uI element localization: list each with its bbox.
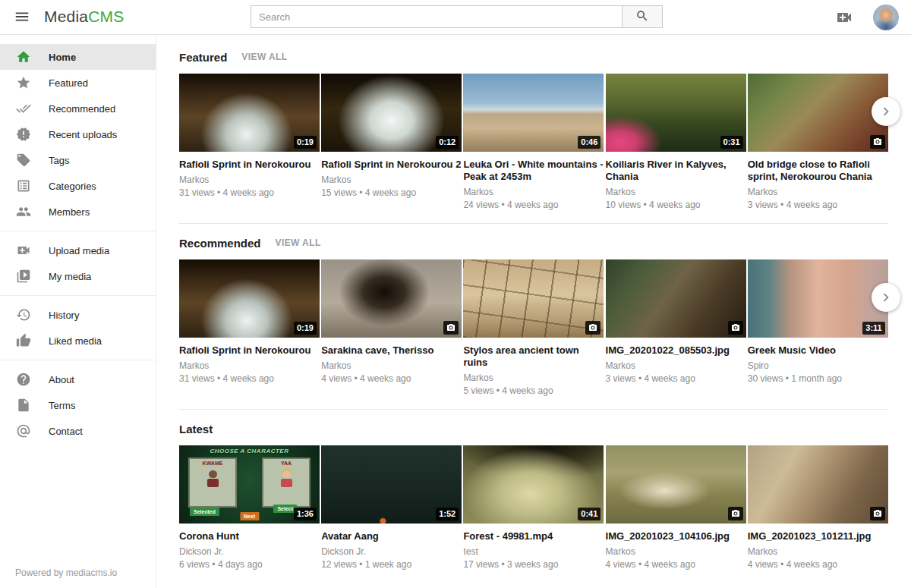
media-card[interactable]: IMG_20201023_104106.jpgMarkos4 views • 4… [606, 445, 746, 570]
media-title[interactable]: Forest - 49981.mp4 [463, 530, 604, 542]
media-author[interactable]: Markos [606, 546, 746, 557]
media-title[interactable]: Rafioli Sprint in Nerokourou 2 [321, 159, 462, 171]
view-all-link[interactable]: VIEW ALL [241, 52, 287, 62]
sidebar-item-tags[interactable]: Tags [0, 147, 156, 173]
media-card[interactable]: 0:41Forest - 49981.mp4test17 views • 3 w… [463, 445, 604, 570]
media-card[interactable]: 1:52Avatar AangDickson Jr.12 views • 1 w… [321, 445, 462, 570]
media-thumbnail[interactable]: 0:19 [179, 259, 320, 338]
media-card[interactable]: Stylos area ancient town ruinsMarkos5 vi… [463, 259, 604, 396]
tag-icon [16, 153, 31, 168]
media-thumbnail[interactable] [321, 259, 462, 338]
duration-badge: 0:19 [294, 322, 317, 335]
media-thumbnail[interactable]: 0:12 [321, 74, 462, 152]
media-thumbnail[interactable]: 0:31 [606, 74, 746, 152]
media-title[interactable]: Rafioli Sprint in Nerokourou [179, 344, 320, 357]
media-author[interactable]: Markos [321, 175, 462, 185]
media-thumbnail[interactable] [463, 259, 604, 338]
media-author[interactable]: Spiro [748, 360, 888, 371]
sidebar-item-liked-media[interactable]: Liked media [0, 328, 156, 354]
media-thumbnail[interactable]: 1:52 [321, 445, 462, 524]
photo-badge [870, 135, 885, 149]
section-title: Featured [179, 51, 227, 64]
view-all-link[interactable]: VIEW ALL [276, 237, 321, 248]
media-author[interactable]: Markos [179, 360, 320, 371]
media-card[interactable]: Sarakina cave, TherissoMarkos4 views • 4… [321, 259, 462, 396]
sidebar-item-members[interactable]: Members [0, 199, 156, 225]
media-author[interactable]: Markos [463, 373, 604, 383]
media-title[interactable]: Sarakina cave, Therisso [321, 344, 462, 357]
sidebar-item-home[interactable]: Home [0, 44, 156, 70]
thumb-up-icon [16, 333, 31, 348]
media-author[interactable]: Markos [463, 187, 604, 197]
sidebar-item-recent-uploads[interactable]: Recent uploads [0, 121, 156, 147]
media-title[interactable]: Leuka Ori - White mountains - Peak at 24… [463, 159, 604, 183]
search-input[interactable] [251, 5, 623, 28]
media-card[interactable]: 0:46Leuka Ori - White mountains - Peak a… [463, 74, 604, 210]
section-header: FeaturedVIEW ALL [179, 50, 888, 64]
media-thumbnail[interactable] [606, 445, 746, 524]
media-author[interactable]: Markos [321, 360, 462, 371]
media-author[interactable]: test [463, 546, 604, 557]
sidebar-item-categories[interactable]: Categories [0, 173, 156, 199]
sidebar-item-about[interactable]: About [0, 366, 156, 392]
upload-video-icon[interactable] [835, 8, 853, 27]
media-thumbnail[interactable] [748, 74, 888, 152]
media-thumbnail[interactable] [606, 259, 746, 338]
media-meta: 5 views • 4 weeks ago [463, 385, 604, 396]
sidebar-item-recommended[interactable]: Recommended [0, 96, 156, 121]
media-author[interactable]: Markos [179, 175, 320, 185]
section-title: Latest [179, 423, 213, 435]
media-card[interactable]: 0:31Koiliaris River in Kalyves, ChaniaMa… [606, 74, 746, 210]
media-card[interactable]: 3:11Greek Music VideoSpiro30 views • 1 m… [748, 259, 888, 396]
media-meta: 12 views • 1 week ago [321, 559, 462, 570]
media-title[interactable]: Avatar Aang [321, 530, 462, 542]
media-thumbnail[interactable]: CHOOSE A CHARACTERKWAMEYAASelectedNextSe… [179, 445, 320, 524]
carousel-next-button[interactable] [872, 97, 900, 126]
media-author[interactable]: Markos [748, 187, 888, 197]
new-releases-icon [16, 127, 31, 142]
sidebar-item-contact[interactable]: Contact [0, 418, 156, 444]
media-card[interactable]: IMG_20201023_101211.jpgMarkos4 views • 4… [748, 445, 888, 570]
media-thumbnail[interactable] [748, 445, 888, 524]
sidebar-item-history[interactable]: History [0, 302, 156, 328]
media-author[interactable]: Markos [748, 546, 888, 557]
duration-badge: 0:31 [720, 136, 743, 149]
search-bar [251, 5, 663, 28]
media-title[interactable]: Corona Hunt [179, 530, 320, 542]
media-title[interactable]: IMG_20201023_101211.jpg [748, 530, 888, 542]
media-title[interactable]: Old bridge close to Rafioli sprint, Nero… [748, 159, 888, 183]
media-thumbnail[interactable]: 0:41 [463, 445, 604, 524]
media-card[interactable]: CHOOSE A CHARACTERKWAMEYAASelectedNextSe… [179, 445, 320, 570]
sidebar-item-terms[interactable]: Terms [0, 392, 156, 418]
media-title[interactable]: Koiliaris River in Kalyves, Chania [606, 159, 746, 183]
media-title[interactable]: IMG_20201023_104106.jpg [606, 530, 746, 542]
carousel-next-button[interactable] [872, 283, 900, 312]
media-title[interactable]: IMG_20201022_085503.jpg [606, 344, 746, 357]
media-thumbnail[interactable]: 0:46 [463, 74, 604, 152]
media-author[interactable]: Markos [606, 187, 746, 197]
categories-icon [16, 178, 31, 193]
search-button[interactable] [622, 5, 663, 28]
duration-badge: 1:36 [294, 508, 317, 520]
media-title[interactable]: Greek Music Video [748, 344, 888, 357]
sidebar-item-featured[interactable]: Featured [0, 70, 156, 96]
media-thumbnail[interactable]: 3:11 [748, 259, 888, 338]
app-logo[interactable]: MediaCMS [44, 8, 124, 26]
media-card[interactable]: IMG_20201022_085503.jpgMarkos3 views • 4… [606, 259, 746, 396]
media-author[interactable]: Dickson Jr. [179, 546, 320, 557]
media-thumbnail[interactable]: 0:19 [179, 74, 320, 152]
media-card[interactable]: 0:12Rafioli Sprint in Nerokourou 2Markos… [321, 74, 462, 210]
media-card[interactable]: 0:19Rafioli Sprint in NerokourouMarkos31… [179, 74, 320, 210]
user-avatar[interactable] [873, 5, 899, 30]
media-title[interactable]: Stylos area ancient town ruins [463, 344, 604, 369]
sidebar-item-my-media[interactable]: My media [0, 263, 156, 289]
media-title[interactable]: Rafioli Sprint in Nerokourou [179, 159, 320, 171]
media-author[interactable]: Dickson Jr. [321, 546, 462, 557]
done-all-icon [16, 101, 31, 116]
media-author[interactable]: Markos [606, 360, 746, 371]
media-card[interactable]: 0:19Rafioli Sprint in NerokourouMarkos31… [179, 259, 320, 396]
media-card[interactable]: Old bridge close to Rafioli sprint, Nero… [748, 74, 888, 210]
media-card-row: 0:19Rafioli Sprint in NerokourouMarkos31… [179, 259, 888, 396]
sidebar-item-upload-media[interactable]: Upload media [0, 237, 156, 263]
menu-icon[interactable] [14, 8, 30, 25]
